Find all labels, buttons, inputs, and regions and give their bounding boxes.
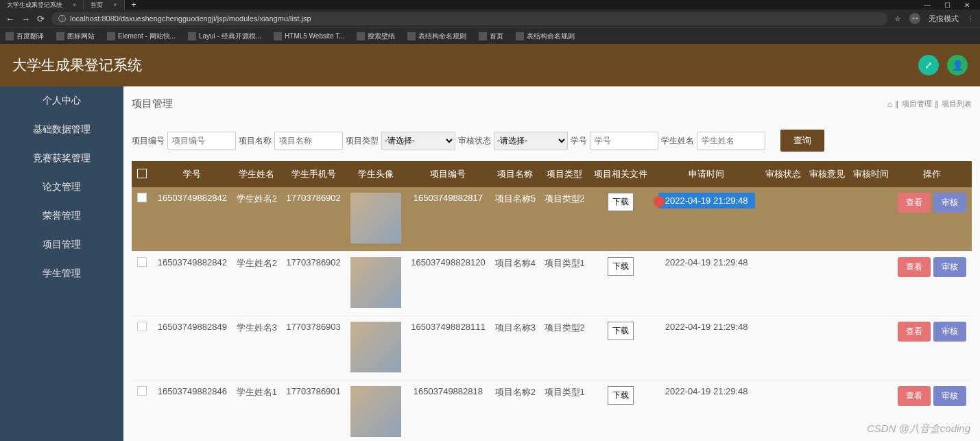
input-proj-name[interactable]: [274, 132, 343, 150]
user-icon[interactable]: 👤: [947, 55, 968, 75]
view-button[interactable]: 查看: [898, 386, 931, 406]
input-proj-no[interactable]: [167, 132, 236, 150]
sidebar-item-awards[interactable]: 竞赛获奖管理: [0, 144, 123, 173]
bookmark-item[interactable]: HTML5 Website T...: [274, 32, 344, 40]
download-button[interactable]: 下载: [608, 257, 634, 276]
audit-button[interactable]: 审核: [933, 257, 966, 277]
cell-audit-status: [761, 316, 805, 381]
cell-proj-no: 16503749882817: [405, 187, 490, 252]
sidebar-item-papers[interactable]: 论文管理: [0, 173, 123, 202]
input-stu-no[interactable]: [590, 132, 658, 150]
new-tab-button[interactable]: +: [125, 0, 143, 10]
col-audit-opinion: 审核意见: [805, 161, 849, 187]
input-stu-name[interactable]: [697, 132, 765, 150]
table-row[interactable]: 16503749882846 学生姓名1 17703786901 1650374…: [132, 381, 972, 442]
bookmark-item[interactable]: 图标网站: [56, 32, 95, 41]
cell-audit-status: [761, 381, 805, 442]
bookmark-icon: [5, 32, 14, 40]
forward-icon[interactable]: →: [21, 14, 30, 24]
cell-audit-time: [849, 381, 893, 442]
col-proj-no: 项目编号: [405, 161, 490, 187]
query-button[interactable]: 查询: [780, 130, 824, 152]
col-stu-no: 学号: [152, 161, 232, 187]
cell-audit-time: [849, 187, 893, 252]
table-row[interactable]: 16503749882849 学生姓名3 17703786903 1650374…: [132, 316, 972, 381]
download-button[interactable]: 下载: [608, 193, 634, 211]
cell-audit-opinion: [805, 316, 849, 381]
sidebar-item-honors[interactable]: 荣誉管理: [0, 202, 123, 230]
breadcrumb: ⌂ ‖ 项目管理 ‖ 项目列表: [887, 99, 972, 109]
cell-stu-no: 16503749882842: [152, 187, 232, 252]
bookmark-item[interactable]: 表结构命名规则: [516, 32, 575, 41]
browser-chrome: 大学生成果登记系统× 首页× + — ☐ ✕ ← → ⟳ ⓘ localhost…: [0, 0, 980, 44]
maximize-icon[interactable]: ☐: [944, 1, 951, 9]
checkbox-row[interactable]: [137, 322, 147, 331]
table-header-row: 学号 学生姓名 学生手机号 学生头像 项目编号 项目名称 项目类型 项目相关文件…: [132, 161, 972, 187]
view-button[interactable]: 查看: [898, 257, 931, 277]
checkbox-row[interactable]: [137, 193, 147, 202]
home-icon[interactable]: ⌂: [887, 99, 892, 109]
back-icon[interactable]: ←: [5, 14, 14, 24]
crumb-item[interactable]: 项目管理: [902, 99, 932, 109]
menu-icon[interactable]: ⋮: [967, 14, 975, 23]
sidebar-item-basic-data[interactable]: 基础数据管理: [0, 115, 123, 144]
minimize-icon[interactable]: —: [924, 1, 931, 9]
table-row[interactable]: 16503749882842 学生姓名2 17703786902 1650374…: [132, 187, 972, 252]
close-icon[interactable]: ×: [113, 1, 117, 8]
reload-icon[interactable]: ⟳: [37, 14, 45, 24]
label-stu-name: 学生姓名: [661, 135, 694, 147]
bookmark-icon: [516, 32, 524, 40]
cell-stu-name: 学生姓名2: [232, 187, 282, 252]
address-bar: ← → ⟳ ⓘ localhost:8080/daxueshengchenggu…: [0, 10, 980, 27]
sidebar-item-projects[interactable]: 项目管理: [0, 230, 123, 259]
cell-apply-time: 2022-04-19 21:29:48: [652, 381, 761, 442]
data-table: 学号 学生姓名 学生手机号 学生头像 项目编号 项目名称 项目类型 项目相关文件…: [132, 161, 972, 441]
audit-button[interactable]: 审核: [933, 193, 966, 213]
select-proj-type[interactable]: -请选择-: [381, 132, 455, 150]
url-input[interactable]: ⓘ localhost:8080/daxueshengchengguodengj…: [51, 12, 887, 25]
cell-proj-no: 165037498828111: [405, 316, 490, 381]
bookmark-item[interactable]: 表结构命名规则: [407, 32, 466, 41]
audit-button[interactable]: 审核: [933, 386, 966, 406]
browser-tab[interactable]: 首页×: [84, 0, 124, 10]
cell-proj-type: 项目类型2: [540, 316, 589, 381]
cell-stu-phone: 17703786903: [281, 316, 345, 381]
label-proj-type: 项目类型: [346, 135, 379, 147]
close-icon[interactable]: ×: [73, 1, 76, 8]
download-button[interactable]: 下载: [608, 386, 634, 405]
crumb-item: 项目列表: [942, 99, 972, 109]
browser-tab[interactable]: 大学生成果登记系统×: [0, 0, 84, 10]
col-audit-time: 审核时间: [849, 161, 893, 187]
bookmark-icon: [479, 32, 487, 40]
sidebar-item-students[interactable]: 学生管理: [0, 259, 123, 288]
col-stu-avatar: 学生头像: [346, 161, 406, 187]
cell-audit-time: [849, 252, 893, 316]
star-icon[interactable]: ☆: [894, 14, 901, 23]
download-button[interactable]: 下载: [608, 322, 634, 340]
view-button[interactable]: 查看: [898, 322, 931, 342]
close-window-icon[interactable]: ✕: [964, 1, 970, 9]
sidebar-item-personal[interactable]: 个人中心: [0, 86, 123, 115]
sidebar: 个人中心 基础数据管理 竞赛获奖管理 论文管理 荣誉管理 项目管理 学生管理: [0, 86, 123, 441]
fullscreen-icon[interactable]: ⤢: [918, 55, 939, 75]
cell-audit-opinion: [805, 187, 849, 252]
page-title: 项目管理: [132, 97, 173, 110]
bookmark-item[interactable]: 搜索壁纸: [357, 32, 395, 41]
bookmark-item[interactable]: Layui - 经典开源模...: [188, 32, 261, 41]
cell-apply-time: 2022-04-19 21:29:48: [652, 316, 761, 381]
table-row[interactable]: 16503749882842 学生姓名2 17703786902 1650374…: [132, 252, 972, 316]
bookmark-item[interactable]: Element - 网站快...: [107, 32, 176, 41]
info-icon: ⓘ: [58, 14, 66, 24]
checkbox-row[interactable]: [137, 257, 147, 267]
audit-button[interactable]: 审核: [933, 322, 966, 342]
incognito-icon[interactable]: 👓: [909, 13, 920, 24]
checkbox-all[interactable]: [137, 169, 147, 178]
cell-proj-name: 项目名称3: [491, 316, 540, 381]
col-apply-time: 申请时间: [652, 161, 761, 187]
bookmark-item[interactable]: 百度翻译: [5, 32, 44, 41]
bookmark-item[interactable]: 首页: [479, 32, 503, 41]
select-audit-status[interactable]: -请选择-: [494, 132, 568, 150]
view-button[interactable]: 查看: [898, 193, 931, 213]
cell-proj-name: 项目名称5: [491, 187, 540, 252]
checkbox-row[interactable]: [137, 386, 147, 396]
